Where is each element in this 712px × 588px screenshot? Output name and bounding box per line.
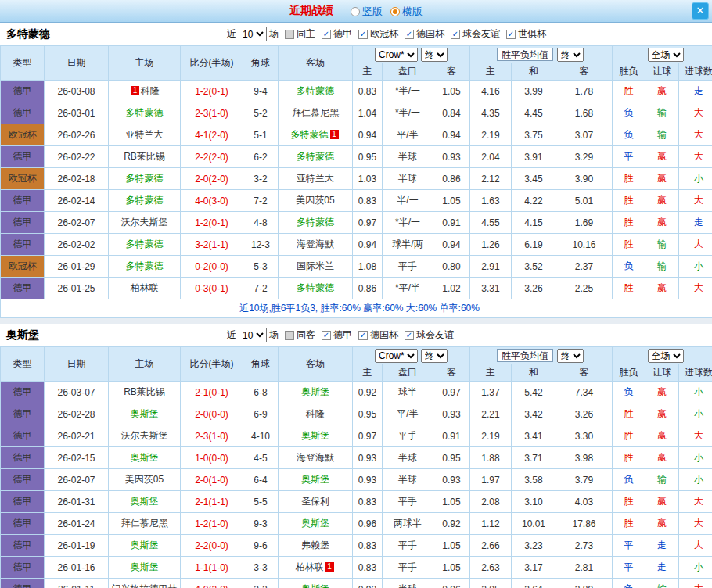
corners: 4-8 bbox=[243, 212, 279, 234]
odds-home: 0.94 bbox=[353, 234, 383, 256]
score: 1-2(1-0) bbox=[181, 513, 243, 535]
result-handicap: 赢 bbox=[645, 168, 679, 190]
odds-final-select[interactable]: 终 bbox=[421, 349, 448, 363]
home-team-name: 多特蒙德 bbox=[126, 238, 164, 249]
recent-count-select[interactable]: 10 bbox=[239, 27, 267, 41]
result-handicap: 赢 bbox=[645, 190, 679, 212]
result-goals: 大 bbox=[679, 579, 712, 588]
mean-home: 1.37 bbox=[470, 382, 512, 403]
odds-final-select[interactable]: 终 bbox=[421, 48, 448, 62]
mean-draw: 3.71 bbox=[512, 447, 556, 469]
home-team-name: 柏林联 bbox=[131, 282, 159, 293]
checkbox-league[interactable]: ✓ bbox=[322, 331, 331, 340]
odds-handicap: 平手 bbox=[383, 491, 433, 513]
home-team: 奥斯堡 bbox=[109, 447, 181, 469]
result-handicap: 输 bbox=[645, 469, 679, 491]
odds-away: 0.93 bbox=[433, 469, 470, 491]
filter-same[interactable]: 同主 bbox=[285, 27, 315, 41]
odds-away: 0.91 bbox=[433, 212, 470, 234]
away-team-name: 海登海默 bbox=[297, 238, 334, 249]
radio-vertical-label[interactable]: 竖版 bbox=[362, 5, 383, 17]
away-team: 国际米兰 bbox=[279, 256, 353, 278]
away-team-name: 奥斯堡 bbox=[301, 474, 329, 485]
result-goals: 大 bbox=[679, 491, 712, 513]
odds-home: 0.83 bbox=[353, 491, 383, 513]
home-team: RB莱比锡 bbox=[109, 382, 181, 403]
filter-league[interactable]: ✓德国杯 bbox=[405, 27, 444, 41]
filter-league[interactable]: ✓欧冠杯 bbox=[358, 27, 398, 41]
mean-away: 7.34 bbox=[556, 382, 613, 403]
odds-source-select[interactable]: Crow* bbox=[375, 48, 418, 62]
home-team-name: 多特蒙德 bbox=[126, 260, 164, 271]
score: 0-3(0-1) bbox=[181, 278, 243, 299]
away-team-name: 圣保利 bbox=[301, 496, 329, 507]
away-team: 奥斯堡 bbox=[279, 579, 353, 588]
col-corner: 角球 bbox=[243, 347, 279, 382]
mean-home: 2.04 bbox=[470, 146, 512, 168]
radio-vertical-icon[interactable] bbox=[351, 7, 360, 16]
odds-handicap: 半/一 bbox=[383, 190, 433, 212]
home-team-name: 多特蒙德 bbox=[126, 195, 164, 206]
away-team: 拜仁慕尼黑 bbox=[279, 102, 353, 124]
filter-league[interactable]: ✓世俱杯 bbox=[506, 27, 546, 41]
col-away: 客场 bbox=[279, 347, 353, 382]
close-icon[interactable]: ✕ bbox=[692, 2, 709, 20]
checkbox-same[interactable] bbox=[285, 331, 294, 340]
scope-select[interactable]: 全场 bbox=[648, 349, 684, 363]
mean-draw: 4.22 bbox=[512, 190, 556, 212]
mean-final-select[interactable]: 终 bbox=[557, 48, 584, 62]
home-team: 亚特兰大 bbox=[109, 124, 181, 146]
red-card-badge: 1 bbox=[131, 86, 139, 95]
mean-label-box: 胜平负均值 bbox=[497, 349, 553, 362]
score: 1-2(0-1) bbox=[181, 212, 243, 234]
radio-horizontal-label[interactable]: 横版 bbox=[402, 5, 423, 17]
filter-league-label: 德甲 bbox=[333, 27, 352, 41]
filter-league[interactable]: ✓德国杯 bbox=[358, 328, 398, 342]
filter-league[interactable]: ✓球会友谊 bbox=[451, 27, 500, 41]
checkbox-league[interactable]: ✓ bbox=[322, 30, 331, 39]
col-home: 主场 bbox=[109, 347, 181, 382]
radio-horizontal-icon[interactable] bbox=[390, 7, 400, 16]
odds-away: 1.05 bbox=[433, 535, 470, 557]
corners: 5-3 bbox=[243, 256, 279, 278]
checkbox-league[interactable]: ✓ bbox=[358, 30, 368, 39]
away-team: 海登海默 bbox=[279, 447, 353, 469]
checkbox-league[interactable]: ✓ bbox=[358, 331, 368, 340]
recent-count-select[interactable]: 10 bbox=[239, 328, 267, 342]
result-goals: 大 bbox=[679, 124, 712, 146]
mean-final-select[interactable]: 终 bbox=[557, 349, 584, 363]
mean-draw: 3.17 bbox=[512, 557, 556, 579]
result-goals: 小 bbox=[679, 557, 712, 579]
result-handicap: 赢 bbox=[645, 447, 679, 469]
matches-table: 类型日期主场比分(半场)角球客场Crow*终胜平负均值终全场主盘口客主和客胜负让… bbox=[0, 346, 712, 588]
checkbox-same[interactable] bbox=[285, 30, 294, 39]
home-team-name: 多特蒙德 bbox=[126, 107, 164, 118]
mean-home: 1.63 bbox=[470, 190, 512, 212]
result-handicap: 赢 bbox=[645, 146, 679, 168]
checkbox-league[interactable]: ✓ bbox=[405, 30, 414, 39]
scope-select[interactable]: 全场 bbox=[648, 48, 684, 62]
mean-draw: 3.45 bbox=[512, 168, 556, 190]
filter-league[interactable]: ✓球会友谊 bbox=[405, 328, 454, 342]
score: 4-0(3-0) bbox=[181, 190, 243, 212]
sub-mean-draw: 和 bbox=[512, 364, 556, 382]
odds-source-select[interactable]: Crow* bbox=[375, 349, 418, 363]
result-goals: 小 bbox=[679, 469, 712, 491]
odds-away: 1.05 bbox=[433, 491, 470, 513]
league-badge: 德甲 bbox=[1, 513, 45, 535]
mean-away: 3.26 bbox=[556, 403, 613, 425]
result-handicap: 输 bbox=[645, 102, 679, 124]
match-date: 26-02-22 bbox=[45, 146, 109, 168]
match-row: 德甲26-01-24拜仁慕尼黑1-2(1-0)9-3奥斯堡0.96两球半0.92… bbox=[1, 513, 712, 535]
filter-same[interactable]: 同客 bbox=[285, 328, 315, 342]
checkbox-league[interactable]: ✓ bbox=[506, 30, 516, 39]
mean-home: 1.26 bbox=[470, 234, 512, 256]
odds-away: 0.94 bbox=[433, 124, 470, 146]
filter-league[interactable]: ✓德甲 bbox=[322, 27, 352, 41]
checkbox-league[interactable]: ✓ bbox=[405, 331, 414, 340]
result-wdl: 胜 bbox=[613, 212, 645, 234]
match-date: 26-01-19 bbox=[45, 535, 109, 557]
col-score: 比分(半场) bbox=[181, 46, 243, 81]
checkbox-league[interactable]: ✓ bbox=[451, 30, 460, 39]
filter-league[interactable]: ✓德甲 bbox=[322, 328, 352, 342]
